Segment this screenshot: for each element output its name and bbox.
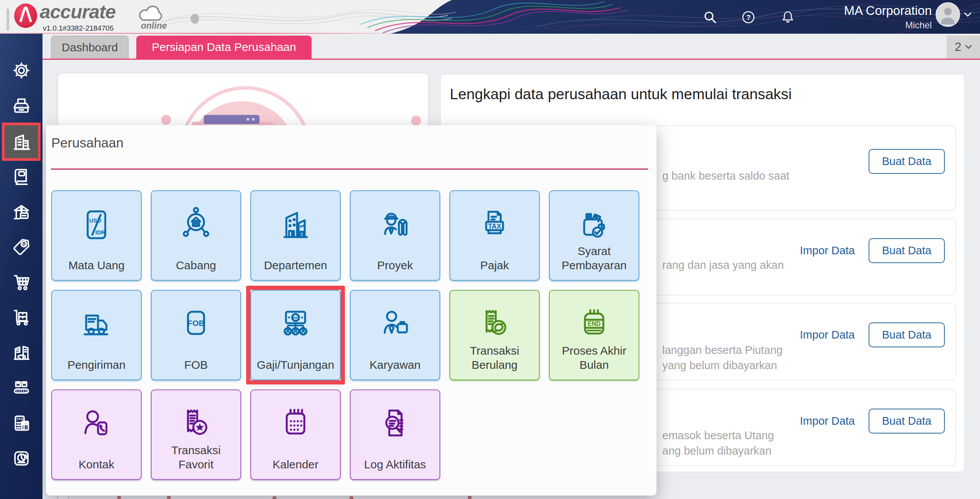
sidebar-item-purchases[interactable] (0, 272, 42, 293)
account-info[interactable]: MA Corporation Michel (844, 3, 932, 31)
tile-syarat-pembayaran[interactable]: Syarat Pembayaran (549, 190, 639, 281)
bank-icon (11, 202, 32, 223)
accurate-online-app: accurate online v1.0.1#3382-2184705 ? MA… (0, 0, 980, 499)
illustration-dot-left (161, 115, 171, 125)
perusahaan-modal: Perusahaan USD IDR Mata Uang (46, 125, 657, 496)
sidebar-item-sales-tag[interactable]: Rp (0, 236, 42, 258)
bottom-mark (273, 496, 276, 499)
header-underline (0, 33, 444, 34)
illustration-dot-right (411, 116, 421, 126)
sidebar-item-company-active[interactable] (2, 123, 41, 161)
svg-text:Rp: Rp (21, 242, 26, 246)
hand-truck-icon (11, 307, 32, 328)
app-header: accurate online v1.0.1#3382-2184705 ? MA… (0, 0, 980, 34)
tile-transaksi-favorit[interactable]: Transaksi Favorit (151, 389, 241, 480)
tile-kalender[interactable]: Kalender (250, 389, 341, 480)
tile-pengiriman[interactable]: Pengiriman (51, 290, 142, 380)
asset-building-car-icon (11, 342, 32, 363)
tile-kontak[interactable]: Kontak (51, 389, 142, 480)
buat-data-button[interactable]: Buat Data (869, 409, 945, 434)
setup-card-description: rang dan jasa yang akan (662, 257, 784, 273)
tile-fob[interactable]: FOB FOB (151, 290, 241, 380)
gear-icon (11, 60, 32, 81)
app-version: v1.0.1#3382-2184705 (43, 24, 114, 33)
setup-card-description: emasok beserta Utang ang belum dibayarka… (662, 428, 774, 458)
payment-terms-wallet-icon (576, 206, 612, 243)
employee-icon (377, 306, 413, 343)
main-sidebar: Rp (0, 34, 42, 499)
fob-icon: FOB (178, 306, 214, 343)
tile-proses-akhir-bulan[interactable]: END Proses Akhir Bulan (549, 290, 639, 380)
account-chevron-down-icon[interactable] (964, 12, 972, 18)
modal-title: Perusahaan (51, 135, 124, 151)
user-name: Michel (844, 20, 932, 31)
tabbar-accent-line (0, 59, 980, 60)
sidebar-item-tax[interactable]: TAX (0, 413, 42, 434)
company-building-icon (10, 131, 33, 153)
tile-transaksi-berulang[interactable]: Transaksi Berulang (449, 290, 540, 380)
sidebar-item-fixed-assets[interactable] (0, 342, 42, 363)
conveyor-belt-icon (11, 377, 32, 398)
search-icon[interactable] (703, 10, 717, 25)
delivery-truck-icon (78, 306, 115, 343)
tax-icon: TAX (476, 206, 513, 243)
tax-document-icon: TAX (11, 413, 32, 434)
sidebar-item-journal[interactable] (0, 166, 42, 188)
modal-title-rule (51, 169, 648, 170)
bottom-mark (167, 496, 171, 499)
impor-data-link[interactable]: Impor Data (800, 329, 855, 341)
svg-text:END: END (588, 321, 601, 327)
department-icon (277, 206, 314, 243)
buat-data-button[interactable]: Buat Data (869, 322, 945, 347)
impor-data-link[interactable]: Impor Data (800, 415, 855, 427)
svg-text:?: ? (746, 13, 751, 21)
logo-wordmark: accurate (40, 1, 116, 23)
svg-text:RP: RP (293, 316, 298, 320)
favorite-transaction-icon (178, 406, 214, 442)
bottom-mark (350, 496, 353, 499)
logo-online-label: online (141, 21, 167, 31)
shopping-cart-icon (11, 272, 32, 293)
tile-karyawan[interactable]: Karyawan (350, 290, 440, 380)
sidebar-item-manufacture[interactable] (0, 377, 42, 398)
help-icon[interactable]: ? (741, 10, 756, 25)
sidebar-item-inventory[interactable] (0, 307, 42, 328)
notification-bell-icon[interactable] (780, 9, 795, 25)
tile-log-aktifitas[interactable]: Log Aktifitas (350, 389, 440, 480)
buat-data-button[interactable]: Buat Data (869, 149, 945, 174)
tab-persiapan-label: Persiapan Data Perusahaan (152, 41, 296, 54)
price-tag-rp-icon: Rp (11, 237, 32, 257)
setup-heading: Lengkapi data perusahaan untuk memulai t… (450, 86, 792, 103)
bottom-mark (468, 496, 472, 499)
header-scroll-handle (7, 8, 9, 31)
sidebar-item-settings[interactable] (0, 60, 42, 81)
tile-proyek[interactable]: Proyek (350, 190, 440, 281)
sidebar-item-cash-bank[interactable] (0, 201, 42, 223)
buat-data-button[interactable]: Buat Data (869, 238, 945, 263)
svg-text:IDR: IDR (95, 229, 105, 236)
sidebar-item-print[interactable] (0, 96, 42, 117)
tile-cabang[interactable]: Cabang (151, 190, 241, 281)
tab-persiapan-data-perusahaan[interactable]: Persiapan Data Perusahaan (136, 36, 312, 59)
contact-icon (78, 406, 115, 442)
calendar-icon (277, 406, 314, 442)
setup-card-description: g bank beserta saldo saat (662, 168, 789, 183)
tile-pajak[interactable]: TAX Pajak (449, 190, 540, 281)
tile-gaji-tunjangan[interactable]: RP Gaji/Tunjangan (250, 290, 341, 380)
book-icon (11, 167, 32, 187)
tab-overflow-selector[interactable]: 2 (947, 36, 980, 59)
activity-log-icon (377, 406, 413, 442)
avatar[interactable] (936, 2, 960, 27)
svg-text:FOB: FOB (188, 319, 204, 327)
tab-count: 2 (955, 40, 961, 54)
impor-data-link[interactable]: Impor Data (800, 244, 855, 257)
pie-chart-report-icon (11, 448, 32, 469)
tab-dashboard[interactable]: Dashboard (51, 36, 129, 59)
project-worker-icon (377, 206, 413, 243)
printer-icon (11, 96, 32, 117)
sidebar-item-reports[interactable] (0, 448, 42, 469)
tile-departemen[interactable]: Departemen (250, 190, 341, 281)
tile-mata-uang[interactable]: USD IDR Mata Uang (51, 190, 142, 281)
company-tile-grid: USD IDR Mata Uang Cabang (51, 190, 639, 480)
illustration-laptop (204, 115, 260, 124)
